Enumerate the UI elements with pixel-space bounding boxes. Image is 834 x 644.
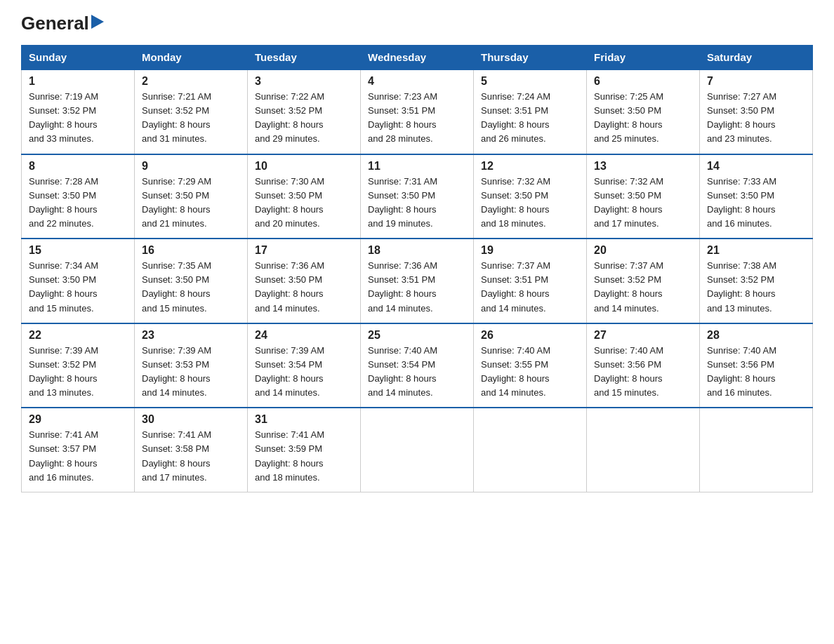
- day-info: Sunrise: 7:32 AMSunset: 3:50 PMDaylight:…: [481, 176, 550, 229]
- day-number: 21: [707, 244, 805, 257]
- logo-general-text: General: [21, 14, 89, 32]
- day-number: 27: [594, 329, 692, 342]
- day-info: Sunrise: 7:27 AMSunset: 3:50 PMDaylight:…: [707, 91, 776, 144]
- day-info: Sunrise: 7:22 AMSunset: 3:52 PMDaylight:…: [255, 91, 324, 144]
- calendar-day-cell: 25 Sunrise: 7:40 AMSunset: 3:54 PMDaylig…: [361, 323, 474, 408]
- calendar-day-cell: 19 Sunrise: 7:37 AMSunset: 3:51 PMDaylig…: [474, 239, 587, 323]
- col-header-saturday: Saturday: [700, 46, 813, 70]
- day-number: 12: [481, 160, 579, 173]
- day-number: 30: [142, 413, 240, 426]
- calendar-week-row: 15 Sunrise: 7:34 AMSunset: 3:50 PMDaylig…: [22, 239, 813, 323]
- day-info: Sunrise: 7:39 AMSunset: 3:52 PMDaylight:…: [29, 345, 98, 398]
- day-info: Sunrise: 7:23 AMSunset: 3:51 PMDaylight:…: [368, 91, 437, 144]
- calendar-empty-cell: [700, 408, 813, 492]
- calendar-day-cell: 16 Sunrise: 7:35 AMSunset: 3:50 PMDaylig…: [135, 239, 248, 323]
- calendar-day-cell: 6 Sunrise: 7:25 AMSunset: 3:50 PMDayligh…: [587, 69, 700, 154]
- calendar-day-cell: 14 Sunrise: 7:33 AMSunset: 3:50 PMDaylig…: [700, 154, 813, 239]
- day-info: Sunrise: 7:37 AMSunset: 3:52 PMDaylight:…: [594, 260, 663, 313]
- day-number: 20: [594, 244, 692, 257]
- calendar-day-cell: 3 Sunrise: 7:22 AMSunset: 3:52 PMDayligh…: [248, 69, 361, 154]
- day-info: Sunrise: 7:21 AMSunset: 3:52 PMDaylight:…: [142, 91, 211, 144]
- logo-triangle-icon: [91, 15, 104, 32]
- col-header-wednesday: Wednesday: [361, 46, 474, 70]
- day-info: Sunrise: 7:35 AMSunset: 3:50 PMDaylight:…: [142, 260, 211, 313]
- day-number: 22: [29, 329, 127, 342]
- calendar-day-cell: 21 Sunrise: 7:38 AMSunset: 3:52 PMDaylig…: [700, 239, 813, 323]
- day-number: 2: [142, 75, 240, 88]
- col-header-monday: Monday: [135, 46, 248, 70]
- day-info: Sunrise: 7:32 AMSunset: 3:50 PMDaylight:…: [594, 176, 663, 229]
- calendar-day-cell: 30 Sunrise: 7:41 AMSunset: 3:58 PMDaylig…: [135, 408, 248, 492]
- day-info: Sunrise: 7:33 AMSunset: 3:50 PMDaylight:…: [707, 176, 776, 229]
- calendar-day-cell: 8 Sunrise: 7:28 AMSunset: 3:50 PMDayligh…: [22, 154, 135, 239]
- col-header-friday: Friday: [587, 46, 700, 70]
- calendar-empty-cell: [474, 408, 587, 492]
- calendar-day-cell: 23 Sunrise: 7:39 AMSunset: 3:53 PMDaylig…: [135, 323, 248, 408]
- logo: General: [21, 14, 104, 32]
- day-info: Sunrise: 7:25 AMSunset: 3:50 PMDaylight:…: [594, 91, 663, 144]
- calendar-day-cell: 18 Sunrise: 7:36 AMSunset: 3:51 PMDaylig…: [361, 239, 474, 323]
- calendar-day-cell: 29 Sunrise: 7:41 AMSunset: 3:57 PMDaylig…: [22, 408, 135, 492]
- day-info: Sunrise: 7:41 AMSunset: 3:57 PMDaylight:…: [29, 429, 98, 482]
- calendar-day-cell: 15 Sunrise: 7:34 AMSunset: 3:50 PMDaylig…: [22, 239, 135, 323]
- calendar-day-cell: 9 Sunrise: 7:29 AMSunset: 3:50 PMDayligh…: [135, 154, 248, 239]
- day-number: 25: [368, 329, 466, 342]
- svg-marker-0: [91, 15, 104, 29]
- calendar-week-row: 8 Sunrise: 7:28 AMSunset: 3:50 PMDayligh…: [22, 154, 813, 239]
- day-info: Sunrise: 7:38 AMSunset: 3:52 PMDaylight:…: [707, 260, 776, 313]
- day-info: Sunrise: 7:39 AMSunset: 3:54 PMDaylight:…: [255, 345, 324, 398]
- day-info: Sunrise: 7:37 AMSunset: 3:51 PMDaylight:…: [481, 260, 550, 313]
- calendar-day-cell: 13 Sunrise: 7:32 AMSunset: 3:50 PMDaylig…: [587, 154, 700, 239]
- page-header: General: [21, 14, 813, 32]
- calendar-day-cell: 28 Sunrise: 7:40 AMSunset: 3:56 PMDaylig…: [700, 323, 813, 408]
- calendar-day-cell: 24 Sunrise: 7:39 AMSunset: 3:54 PMDaylig…: [248, 323, 361, 408]
- calendar-table: SundayMondayTuesdayWednesdayThursdayFrid…: [21, 45, 813, 492]
- calendar-day-cell: 20 Sunrise: 7:37 AMSunset: 3:52 PMDaylig…: [587, 239, 700, 323]
- day-info: Sunrise: 7:41 AMSunset: 3:58 PMDaylight:…: [142, 429, 211, 482]
- calendar-day-cell: 26 Sunrise: 7:40 AMSunset: 3:55 PMDaylig…: [474, 323, 587, 408]
- day-number: 29: [29, 413, 127, 426]
- day-info: Sunrise: 7:28 AMSunset: 3:50 PMDaylight:…: [29, 176, 98, 229]
- calendar-day-cell: 17 Sunrise: 7:36 AMSunset: 3:50 PMDaylig…: [248, 239, 361, 323]
- day-number: 10: [255, 160, 353, 173]
- day-number: 24: [255, 329, 353, 342]
- day-number: 3: [255, 75, 353, 88]
- day-number: 1: [29, 75, 127, 88]
- calendar-day-cell: 22 Sunrise: 7:39 AMSunset: 3:52 PMDaylig…: [22, 323, 135, 408]
- day-number: 17: [255, 244, 353, 257]
- calendar-day-cell: 27 Sunrise: 7:40 AMSunset: 3:56 PMDaylig…: [587, 323, 700, 408]
- day-number: 26: [481, 329, 579, 342]
- calendar-week-row: 1 Sunrise: 7:19 AMSunset: 3:52 PMDayligh…: [22, 69, 813, 154]
- day-info: Sunrise: 7:29 AMSunset: 3:50 PMDaylight:…: [142, 176, 211, 229]
- day-number: 6: [594, 75, 692, 88]
- day-number: 11: [368, 160, 466, 173]
- day-info: Sunrise: 7:24 AMSunset: 3:51 PMDaylight:…: [481, 91, 550, 144]
- day-number: 23: [142, 329, 240, 342]
- day-info: Sunrise: 7:30 AMSunset: 3:50 PMDaylight:…: [255, 176, 324, 229]
- day-info: Sunrise: 7:40 AMSunset: 3:54 PMDaylight:…: [368, 345, 437, 398]
- col-header-thursday: Thursday: [474, 46, 587, 70]
- day-info: Sunrise: 7:40 AMSunset: 3:55 PMDaylight:…: [481, 345, 550, 398]
- calendar-day-cell: 5 Sunrise: 7:24 AMSunset: 3:51 PMDayligh…: [474, 69, 587, 154]
- col-header-tuesday: Tuesday: [248, 46, 361, 70]
- day-info: Sunrise: 7:39 AMSunset: 3:53 PMDaylight:…: [142, 345, 211, 398]
- calendar-week-row: 29 Sunrise: 7:41 AMSunset: 3:57 PMDaylig…: [22, 408, 813, 492]
- calendar-header-row: SundayMondayTuesdayWednesdayThursdayFrid…: [22, 46, 813, 70]
- calendar-day-cell: 1 Sunrise: 7:19 AMSunset: 3:52 PMDayligh…: [22, 69, 135, 154]
- calendar-day-cell: 31 Sunrise: 7:41 AMSunset: 3:59 PMDaylig…: [248, 408, 361, 492]
- calendar-day-cell: 10 Sunrise: 7:30 AMSunset: 3:50 PMDaylig…: [248, 154, 361, 239]
- day-info: Sunrise: 7:40 AMSunset: 3:56 PMDaylight:…: [707, 345, 776, 398]
- day-number: 28: [707, 329, 805, 342]
- day-info: Sunrise: 7:41 AMSunset: 3:59 PMDaylight:…: [255, 429, 324, 482]
- calendar-day-cell: 7 Sunrise: 7:27 AMSunset: 3:50 PMDayligh…: [700, 69, 813, 154]
- day-number: 15: [29, 244, 127, 257]
- calendar-day-cell: 2 Sunrise: 7:21 AMSunset: 3:52 PMDayligh…: [135, 69, 248, 154]
- day-info: Sunrise: 7:36 AMSunset: 3:50 PMDaylight:…: [255, 260, 324, 313]
- day-number: 9: [142, 160, 240, 173]
- calendar-day-cell: 12 Sunrise: 7:32 AMSunset: 3:50 PMDaylig…: [474, 154, 587, 239]
- day-number: 8: [29, 160, 127, 173]
- calendar-empty-cell: [361, 408, 474, 492]
- day-number: 16: [142, 244, 240, 257]
- calendar-week-row: 22 Sunrise: 7:39 AMSunset: 3:52 PMDaylig…: [22, 323, 813, 408]
- day-number: 4: [368, 75, 466, 88]
